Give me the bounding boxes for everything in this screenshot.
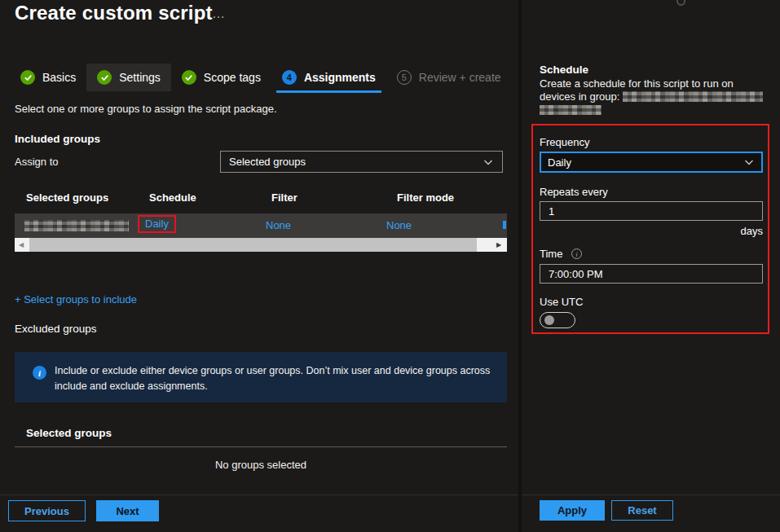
info-banner: i Include or exclude either device group… xyxy=(15,352,507,402)
previous-button[interactable]: Previous xyxy=(8,500,86,521)
repeats-every-input[interactable] xyxy=(540,201,763,221)
check-icon xyxy=(97,70,112,85)
frequency-value: Daily xyxy=(548,156,743,169)
clipped-heading-fragment xyxy=(676,0,685,6)
footer-divider-left xyxy=(0,495,518,495)
schedule-heading: Schedule xyxy=(540,64,588,76)
reset-button[interactable]: Reset xyxy=(611,500,673,521)
check-icon xyxy=(20,70,35,85)
intro-text: Select one or more groups to assign the … xyxy=(15,103,277,115)
select-groups-link[interactable]: + Select groups to include xyxy=(15,293,137,306)
schedule-description-line2: devices in group: xyxy=(540,90,763,103)
redacted-group-name xyxy=(623,91,763,102)
redacted-group-name xyxy=(540,105,602,115)
toggle-knob-icon xyxy=(544,315,554,325)
red-annotation-daily: Daily xyxy=(138,215,176,233)
tab-label: Basics xyxy=(42,71,76,84)
redacted-group-name xyxy=(24,220,129,231)
tab-scope-tags[interactable]: Scope tags xyxy=(171,64,271,91)
included-groups-heading: Included groups xyxy=(15,133,100,145)
tab-label: Settings xyxy=(119,71,161,84)
tab-label: Assignments xyxy=(304,71,376,84)
time-input[interactable] xyxy=(540,264,763,284)
row-overflow-indicator xyxy=(503,221,506,229)
info-banner-text: Include or exclude either device groups … xyxy=(55,363,499,395)
assign-to-dropdown[interactable]: Selected groups xyxy=(220,151,503,173)
schedule-description-line1: Create a schedule for this script to run… xyxy=(540,77,734,90)
filter-mode-link[interactable]: None xyxy=(386,219,412,231)
excluded-groups-heading: Excluded groups xyxy=(15,323,97,335)
repeats-every-label: Repeats every xyxy=(540,186,608,198)
next-button[interactable]: Next xyxy=(96,500,159,521)
selected-groups-heading: Selected groups xyxy=(26,427,112,439)
apply-button[interactable]: Apply xyxy=(540,500,605,521)
assign-to-value: Selected groups xyxy=(229,156,483,168)
empty-groups-text: No groups selected xyxy=(15,459,507,471)
tab-settings[interactable]: Settings xyxy=(86,64,171,91)
section-divider xyxy=(15,446,507,447)
step-number-badge: 4 xyxy=(282,70,297,85)
more-options-icon[interactable]: … xyxy=(212,7,227,21)
scroll-right-icon[interactable]: ▶ xyxy=(492,238,505,252)
repeats-unit-label: days xyxy=(540,225,763,237)
scroll-left-icon[interactable]: ◀ xyxy=(15,238,28,252)
frequency-label: Frequency xyxy=(540,136,589,148)
schedule-link[interactable]: Daily xyxy=(145,218,169,230)
wizard-tabs: Basics Settings Scope tags 4 Assignments… xyxy=(10,64,512,91)
page-title: Create custom script xyxy=(15,2,213,24)
schedule-description-text: devices in group: xyxy=(540,90,619,103)
use-utc-label: Use UTC xyxy=(540,296,583,308)
footer-divider-right xyxy=(522,495,780,495)
table-row[interactable]: Daily None None xyxy=(15,213,507,238)
tab-label: Review + create xyxy=(419,71,501,84)
filter-link[interactable]: None xyxy=(266,219,291,231)
check-icon xyxy=(182,70,196,85)
panel-divider xyxy=(518,0,522,532)
chevron-down-icon xyxy=(743,156,755,168)
step-number-badge: 5 xyxy=(397,70,412,85)
time-label: Time xyxy=(540,248,562,260)
chevron-down-icon xyxy=(483,156,494,168)
horizontal-scrollbar[interactable]: ◀ ▶ xyxy=(15,238,507,252)
assign-to-label: Assign to xyxy=(15,156,58,168)
col-header-selected-groups[interactable]: Selected groups xyxy=(26,191,108,204)
tab-assignments[interactable]: 4 Assignments xyxy=(271,64,386,91)
info-icon: i xyxy=(33,366,46,380)
tab-basics[interactable]: Basics xyxy=(10,64,86,91)
tab-label: Scope tags xyxy=(204,71,261,84)
scrollbar-thumb[interactable] xyxy=(29,238,477,252)
col-header-schedule[interactable]: Schedule xyxy=(149,191,196,204)
col-header-filter-mode[interactable]: Filter mode xyxy=(397,191,454,204)
use-utc-toggle[interactable] xyxy=(540,312,575,328)
col-header-filter[interactable]: Filter xyxy=(271,191,297,204)
tab-review-create[interactable]: 5 Review + create xyxy=(386,64,512,91)
frequency-dropdown[interactable]: Daily xyxy=(540,152,763,173)
time-info-icon[interactable]: i xyxy=(571,248,582,259)
